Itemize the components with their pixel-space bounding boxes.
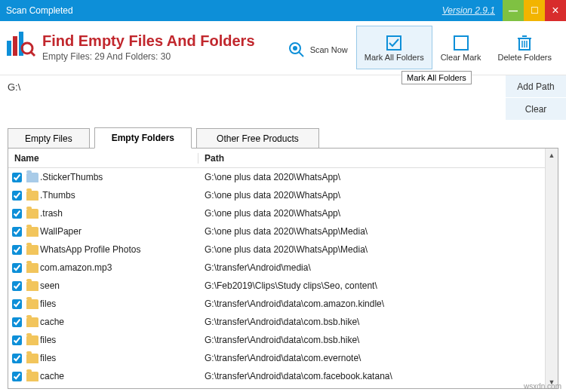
- table-row[interactable]: WallPaperG:\one plus data 2020\WhatsApp\…: [8, 222, 545, 240]
- scan-now-label: Scan Now: [310, 45, 348, 54]
- row-checkbox[interactable]: [8, 335, 25, 345]
- row-checkbox[interactable]: [8, 245, 25, 255]
- svg-line-4: [31, 52, 35, 56]
- row-path: G:\one plus data 2020\WhatsApp\: [198, 172, 545, 182]
- clear-mark-label: Clear Mark: [441, 53, 481, 62]
- row-name: WhatsApp Profile Photos: [40, 244, 198, 255]
- row-path: G:\transfer\Android\data\com.facebook.ka…: [198, 371, 545, 381]
- checkbox-icon: [386, 33, 402, 53]
- folder-icon: [25, 191, 40, 201]
- tooltip: Mark All Folders: [401, 71, 472, 84]
- row-name: cache: [40, 317, 198, 327]
- folder-icon: [25, 354, 40, 363]
- brand: Find Empty Files And Folders Empty Files…: [6, 26, 255, 63]
- svg-rect-9: [454, 36, 468, 50]
- row-name: .StickerThumbs: [40, 172, 198, 182]
- folder-icon: [25, 317, 40, 327]
- row-checkbox[interactable]: [8, 173, 25, 182]
- table-row[interactable]: .ThumbsG:\one plus data 2020\WhatsApp\: [8, 186, 545, 204]
- row-path: G:\transfer\Android\data\com.bsb.hike\: [198, 317, 545, 327]
- watermark: wsxdn.com: [524, 382, 561, 390]
- row-path: G:\one plus data 2020\WhatsApp\Media\: [198, 226, 545, 237]
- folder-icon: [25, 335, 40, 345]
- row-path: G:\transfer\Android\data\com.amazon.kind…: [198, 299, 545, 309]
- tab-other-products[interactable]: Other Free Products: [196, 128, 319, 149]
- row-path: G:\one plus data 2020\WhatsApp\: [198, 208, 545, 219]
- version-link[interactable]: Version 2.9.1: [442, 5, 503, 16]
- magnifier-icon: [288, 40, 306, 60]
- row-path: G:\transfer\Android\data\com.bsb.hike\: [198, 335, 545, 345]
- row-path: G:\one plus data 2020\WhatsApp\Media\: [198, 244, 545, 255]
- folder-icon: [25, 372, 40, 381]
- row-name: files: [40, 335, 198, 345]
- folder-icon: [25, 281, 40, 291]
- row-checkbox[interactable]: [8, 227, 25, 237]
- row-checkbox[interactable]: [8, 191, 25, 201]
- row-checkbox[interactable]: [8, 209, 25, 219]
- maximize-button[interactable]: ☐: [524, 0, 545, 21]
- table-row[interactable]: cacheG:\transfer\Android\data\com.facebo…: [8, 367, 545, 385]
- scan-summary: Empty Files: 29 And Folders: 30: [42, 51, 255, 62]
- table-row[interactable]: cacheG:\transfer\Android\data\com.bsb.hi…: [8, 313, 545, 331]
- table-row[interactable]: seenG:\Feb2019\Clips\Study clips\Seo, co…: [8, 277, 545, 295]
- svg-line-6: [299, 52, 303, 57]
- row-checkbox[interactable]: [8, 372, 25, 381]
- folder-icon: [25, 263, 40, 273]
- clear-mark-button[interactable]: Clear Mark: [432, 26, 490, 69]
- mark-all-folders-label: Mark All Folders: [365, 53, 424, 62]
- results-table: Name Path .StickerThumbsG:\one plus data…: [8, 148, 558, 389]
- row-name: .trash: [40, 208, 198, 219]
- toolbar: Find Empty Files And Folders Empty Files…: [0, 21, 566, 75]
- table-row[interactable]: filesG:\transfer\Android\data\com.amazon…: [8, 295, 545, 313]
- delete-folders-label: Delete Folders: [497, 53, 552, 62]
- row-name: seen: [40, 280, 198, 291]
- scan-now-button[interactable]: Scan Now: [279, 36, 356, 63]
- svg-rect-0: [7, 41, 11, 56]
- scroll-up-icon[interactable]: ▲: [546, 149, 558, 161]
- mark-all-folders-button[interactable]: Mark All Folders: [356, 26, 432, 69]
- row-name: WallPaper: [40, 226, 198, 237]
- app-title: Find Empty Files And Folders: [42, 32, 255, 50]
- table-row[interactable]: filesG:\transfer\Android\data\com.everno…: [8, 349, 545, 367]
- clear-button[interactable]: Clear: [506, 98, 566, 121]
- titlebar: Scan Completed Version 2.9.1 — ☐ ×: [0, 0, 566, 21]
- folder-icon: [25, 173, 40, 182]
- svg-rect-8: [387, 36, 401, 50]
- delete-folders-button[interactable]: Delete Folders: [489, 26, 560, 69]
- table-row[interactable]: filesG:\transfer\Android\data\com.bsb.hi…: [8, 331, 545, 349]
- row-checkbox[interactable]: [8, 317, 25, 327]
- tabs: Empty Files Empty Folders Other Free Pro…: [0, 121, 566, 148]
- col-name-header[interactable]: Name: [8, 153, 198, 164]
- row-path: G:\transfer\Android\data\com.evernote\: [198, 353, 545, 363]
- folder-icon: [25, 245, 40, 255]
- table-row[interactable]: WhatsApp Profile PhotosG:\one plus data …: [8, 240, 545, 259]
- svg-point-7: [293, 46, 297, 51]
- row-name: com.amazon.mp3: [40, 262, 198, 273]
- tab-empty-files[interactable]: Empty Files: [8, 128, 90, 149]
- row-path: G:\Feb2019\Clips\Study clips\Seo, conten…: [198, 280, 545, 291]
- app-logo-icon: [6, 30, 36, 63]
- row-path: G:\one plus data 2020\WhatsApp\: [198, 190, 545, 201]
- table-row[interactable]: com.amazon.mp3G:\transfer\Android\media\: [8, 259, 545, 277]
- row-checkbox[interactable]: [8, 299, 25, 309]
- empty-checkbox-icon: [453, 33, 469, 53]
- col-path-header[interactable]: Path: [198, 153, 545, 164]
- table-header: Name Path: [8, 149, 545, 168]
- row-checkbox[interactable]: [8, 263, 25, 273]
- folder-icon: [25, 227, 40, 237]
- vertical-scrollbar[interactable]: ▲ ▼: [545, 149, 558, 388]
- row-name: .Thumbs: [40, 190, 198, 201]
- row-name: files: [40, 353, 198, 363]
- row-checkbox[interactable]: [8, 354, 25, 363]
- table-row[interactable]: .StickerThumbsG:\one plus data 2020\What…: [8, 168, 545, 186]
- tab-empty-folders[interactable]: Empty Folders: [94, 127, 192, 149]
- row-name: cache: [40, 371, 198, 381]
- folder-icon: [25, 209, 40, 219]
- table-row[interactable]: .trashG:\one plus data 2020\WhatsApp\: [8, 204, 545, 222]
- minimize-button[interactable]: —: [503, 0, 524, 21]
- folder-icon: [25, 299, 40, 309]
- add-path-button[interactable]: Add Path: [506, 75, 566, 98]
- close-button[interactable]: ×: [545, 0, 566, 21]
- path-row: G:\ Add Path Clear: [0, 75, 566, 121]
- row-checkbox[interactable]: [8, 281, 25, 291]
